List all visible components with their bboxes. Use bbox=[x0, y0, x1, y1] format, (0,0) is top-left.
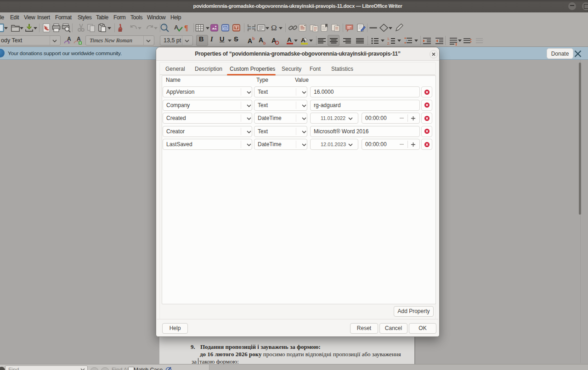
svg-text:A: A bbox=[248, 37, 252, 45]
svg-text:b: b bbox=[263, 41, 266, 46]
svg-text:b: b bbox=[252, 36, 255, 41]
svg-text:A: A bbox=[287, 36, 292, 43]
svg-text:1.: 1. bbox=[387, 37, 390, 41]
svg-text:¶: ¶ bbox=[184, 24, 188, 32]
svg-text:A: A bbox=[259, 36, 263, 44]
svg-text:2.: 2. bbox=[387, 41, 390, 46]
svg-text:Ω: Ω bbox=[271, 23, 277, 32]
